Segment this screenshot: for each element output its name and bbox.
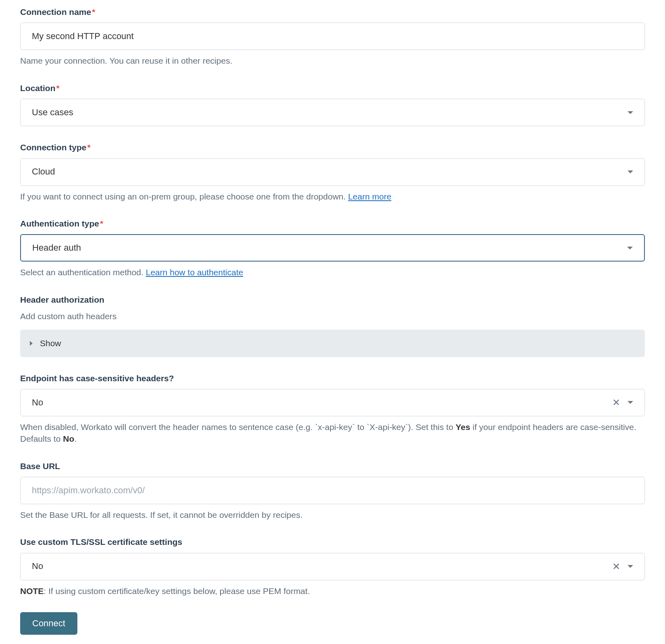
show-label: Show	[40, 337, 61, 349]
connection-type-field: Connection type* Cloud If you want to co…	[20, 141, 645, 202]
case-sensitive-help: When disabled, Workato will convert the …	[20, 421, 645, 445]
help-text-span: When disabled, Workato will convert the …	[20, 422, 455, 432]
base-url-input[interactable]	[32, 485, 633, 496]
base-url-help: Set the Base URL for all requests. If se…	[20, 509, 645, 521]
select-controls	[628, 111, 633, 114]
base-url-input-wrap[interactable]	[20, 477, 645, 504]
required-asterisk: *	[56, 83, 60, 93]
case-sensitive-label: Endpoint has case-sensitive headers?	[20, 372, 645, 384]
chevron-down-icon	[628, 401, 633, 404]
help-end: .	[74, 434, 77, 443]
select-controls	[627, 247, 633, 249]
auth-type-select[interactable]: Header auth	[20, 234, 645, 262]
chevron-down-icon	[628, 170, 633, 173]
required-asterisk: *	[100, 219, 103, 228]
label-text: Connection type	[20, 143, 87, 152]
label-text: Authentication type	[20, 219, 99, 228]
auth-type-help: Select an authentication method. Learn h…	[20, 266, 645, 278]
tls-label: Use custom TLS/SSL certificate settings	[20, 536, 645, 548]
connection-name-input-wrap[interactable]	[20, 23, 645, 50]
auth-type-value: Header auth	[32, 242, 81, 254]
connection-name-label: Connection name*	[20, 6, 645, 18]
case-sensitive-value: No	[32, 397, 43, 409]
bold-no: No	[63, 434, 74, 443]
help-text-span: Select an authentication method.	[20, 268, 146, 277]
location-label: Location*	[20, 82, 645, 94]
note-text: : If using custom certificate/key settin…	[44, 586, 310, 596]
learn-authenticate-link[interactable]: Learn how to authenticate	[146, 268, 243, 277]
clear-icon[interactable]: ✕	[612, 560, 620, 573]
show-headers-toggle[interactable]: Show	[20, 330, 645, 357]
connection-name-help: Name your connection. You can reuse it i…	[20, 55, 645, 66]
tls-help: NOTE: If using custom certificate/key se…	[20, 585, 645, 597]
chevron-down-icon	[628, 111, 633, 114]
auth-type-field: Authentication type* Header auth Select …	[20, 218, 645, 278]
select-controls: ✕	[612, 396, 633, 409]
tls-value: No	[32, 560, 43, 573]
connection-name-field: Connection name* Name your connection. Y…	[20, 6, 645, 67]
case-sensitive-select[interactable]: No ✕	[20, 389, 645, 416]
connect-button[interactable]: Connect	[20, 612, 77, 635]
required-asterisk: *	[87, 143, 91, 152]
base-url-label: Base URL	[20, 460, 645, 472]
connection-name-input[interactable]	[32, 31, 633, 42]
bold-yes: Yes	[455, 422, 470, 432]
header-auth-title: Header authorization	[20, 294, 645, 305]
clear-icon[interactable]: ✕	[612, 396, 620, 409]
connection-type-help: If you want to connect using an on-prem …	[20, 191, 645, 202]
required-asterisk: *	[92, 7, 95, 17]
tls-field: Use custom TLS/SSL certificate settings …	[20, 536, 645, 597]
label-text: Location	[20, 83, 56, 93]
connection-type-value: Cloud	[32, 166, 55, 178]
connection-type-label: Connection type*	[20, 141, 645, 153]
connection-type-select[interactable]: Cloud	[20, 158, 645, 186]
location-field: Location* Use cases	[20, 82, 645, 126]
triangle-right-icon	[30, 341, 33, 346]
chevron-down-icon	[628, 565, 633, 568]
tls-select[interactable]: No ✕	[20, 553, 645, 580]
select-controls	[628, 170, 633, 173]
location-value: Use cases	[32, 106, 73, 119]
select-controls: ✕	[612, 560, 633, 573]
header-auth-section: Header authorization Add custom auth hea…	[20, 294, 645, 357]
location-select[interactable]: Use cases	[20, 99, 645, 126]
help-text-span: If you want to connect using an on-prem …	[20, 192, 348, 201]
chevron-down-icon	[627, 247, 633, 249]
note-bold: NOTE	[20, 586, 44, 596]
header-auth-subtitle: Add custom auth headers	[20, 310, 645, 322]
learn-more-link[interactable]: Learn more	[348, 192, 391, 201]
base-url-field: Base URL Set the Base URL for all reques…	[20, 460, 645, 521]
auth-type-label: Authentication type*	[20, 218, 645, 229]
case-sensitive-field: Endpoint has case-sensitive headers? No …	[20, 372, 645, 445]
label-text: Connection name	[20, 7, 91, 17]
